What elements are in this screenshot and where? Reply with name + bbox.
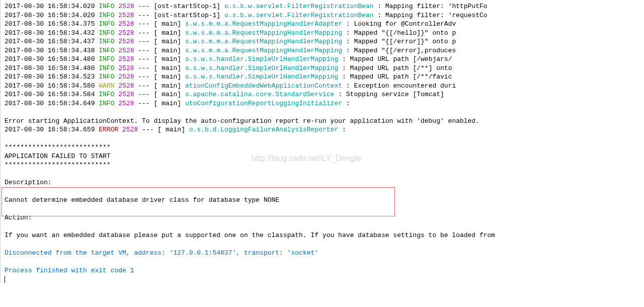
log-level: WARN — [99, 82, 114, 90]
separator: --- — [138, 29, 149, 37]
timestamp: 2017-08-30 16:58:34.523 — [5, 73, 95, 81]
thread: [ost-startStop-1] — [154, 3, 221, 10]
log-level: INFO — [99, 20, 114, 28]
thread: [ main] — [154, 29, 182, 37]
separator: --- — [138, 73, 149, 81]
thread: [ main] — [154, 73, 182, 81]
log-line: 2017-08-30 16:58:34.584 INFO 2528 --- [ … — [5, 90, 644, 99]
logger: o.s.w.s.handler.SimpleUrlHandlerMapping — [185, 73, 342, 81]
logger: s.w.s.m.m.a.RequestMappingHandlerMapping — [185, 29, 346, 37]
separator: --- — [138, 55, 149, 63]
blank-line — [5, 222, 644, 232]
pid: 2528 — [118, 73, 134, 81]
logger: o.s.b.w.servlet.FilterRegistrationBean — [224, 12, 377, 19]
pid: 2528 — [118, 3, 134, 10]
message: : Mapping filter: 'requestCo — [377, 12, 487, 19]
logger: s.w.s.m.m.a.RequestMappingHandlerAdapter — [185, 20, 346, 28]
pid: 2528 — [118, 12, 134, 19]
separator: --- — [138, 82, 149, 90]
description-text: Cannot determine embedded database drive… — [5, 196, 644, 205]
message: : Looking for @ControllerAdv — [346, 20, 456, 28]
log-level: INFO — [99, 100, 114, 107]
logger: s.w.s.m.m.a.RequestMappingHandlerMapping — [185, 47, 346, 54]
blank-line — [5, 258, 644, 267]
separator: --- — [138, 3, 149, 10]
timestamp: 2017-08-30 16:58:34.020 — [5, 12, 95, 19]
timestamp: 2017-08-30 16:58:34.432 — [5, 29, 95, 37]
blank-line — [5, 134, 644, 143]
timestamp: 2017-08-30 16:58:34.437 — [5, 38, 95, 45]
log-level: INFO — [99, 3, 114, 10]
separator: --- — [142, 126, 153, 133]
pid: 2528 — [118, 82, 134, 90]
message: : Exception encountered duri — [346, 82, 456, 90]
separator: --- — [138, 20, 149, 28]
separator: --- — [138, 64, 149, 72]
blank-line — [5, 240, 644, 249]
message: : Mapping filter: 'httpPutFo — [377, 3, 487, 10]
blank-line — [5, 108, 644, 117]
exit-line: Process finished with exit code 1 — [5, 266, 644, 275]
description-heading: Description: — [5, 178, 644, 187]
stars-line: *************************** — [5, 143, 644, 152]
message: : Mapped URL path [/**/favic — [342, 73, 452, 81]
timestamp: 2017-08-30 16:58:34.480 — [5, 64, 95, 72]
logger: o.apache.catalina.core.StandardService — [185, 91, 338, 98]
log-line: 2017-08-30 16:58:34.438 INFO 2528 --- [ … — [5, 46, 644, 55]
pid: 2528 — [118, 29, 134, 37]
message: : Mapped "{[/error],produces — [346, 47, 456, 54]
log-line: 2017-08-30 16:58:34.649 INFO 2528 --- [ … — [5, 99, 644, 108]
log-level: INFO — [99, 38, 114, 45]
cursor-line — [5, 275, 644, 284]
thread: [ main] — [154, 47, 182, 54]
error-intro: Error starting ApplicationContext. To di… — [5, 117, 644, 126]
message: : — [342, 126, 346, 133]
log-level: INFO — [99, 55, 114, 63]
log-level: INFO — [99, 47, 114, 54]
disconnect-line: Disconnected from the target VM, address… — [5, 249, 644, 258]
timestamp: 2017-08-30 16:58:34.659 — [5, 126, 95, 133]
thread: [ main] — [154, 38, 182, 45]
message: : Mapped "{[/hello]}" onto p — [346, 29, 456, 37]
thread: [ main] — [154, 91, 182, 98]
separator: --- — [138, 100, 149, 107]
log-level: INFO — [99, 91, 114, 98]
log-line: 2017-08-30 16:58:34.480 INFO 2528 --- [ … — [5, 64, 644, 73]
thread: [ main] — [154, 82, 182, 90]
error-log-line: 2017-08-30 16:58:34.659 ERROR 2528 --- [… — [5, 125, 644, 134]
blank-line — [5, 170, 644, 179]
logger: o.s.w.s.handler.SimpleUrlHandlerMapping — [185, 64, 342, 72]
console-output[interactable]: 2017-08-30 16:58:34.020 INFO 2528 --- [o… — [5, 2, 644, 284]
thread: [ main] — [157, 126, 185, 133]
pid: 2528 — [118, 47, 134, 54]
log-level: INFO — [99, 12, 114, 19]
action-heading: Action: — [5, 213, 644, 222]
log-line: 2017-08-30 16:58:34.437 INFO 2528 --- [ … — [5, 37, 644, 46]
timestamp: 2017-08-30 16:58:34.584 — [5, 91, 95, 98]
timestamp: 2017-08-30 16:58:34.580 — [5, 82, 95, 90]
logger: o.s.w.s.handler.SimpleUrlHandlerMapping — [185, 55, 342, 63]
log-line: 2017-08-30 16:58:34.580 WARN 2528 --- [ … — [5, 82, 644, 91]
logger: o.s.b.w.servlet.FilterRegistrationBean — [224, 3, 377, 10]
logger: ationConfigEmbeddedWebApplicationContext — [185, 82, 346, 90]
log-level: INFO — [99, 29, 114, 37]
separator: --- — [138, 12, 149, 19]
blank-line — [5, 187, 644, 196]
message: : Stopping service [Tomcat] — [338, 91, 444, 98]
timestamp: 2017-08-30 16:58:34.649 — [5, 100, 95, 107]
text-cursor — [5, 276, 5, 283]
separator: --- — [138, 47, 149, 54]
thread: [ main] — [154, 64, 182, 72]
timestamp: 2017-08-30 16:58:34.438 — [5, 47, 95, 54]
pid: 2528 — [118, 100, 134, 107]
description-box: Cannot determine embedded database drive… — [5, 187, 644, 214]
timestamp: 2017-08-30 16:58:34.020 — [5, 3, 95, 10]
log-line: 2017-08-30 16:58:34.375 INFO 2528 --- [ … — [5, 20, 644, 29]
thread: [ main] — [154, 100, 182, 107]
log-lines: 2017-08-30 16:58:34.020 INFO 2528 --- [o… — [5, 2, 644, 108]
pid: 2528 — [118, 91, 134, 98]
message: : Mapped "{[/error]}" onto p — [346, 38, 456, 45]
thread: [ main] — [154, 20, 182, 28]
log-line: 2017-08-30 16:58:34.523 INFO 2528 --- [ … — [5, 72, 644, 82]
message: : Mapped URL path [/webjars/ — [342, 55, 452, 63]
